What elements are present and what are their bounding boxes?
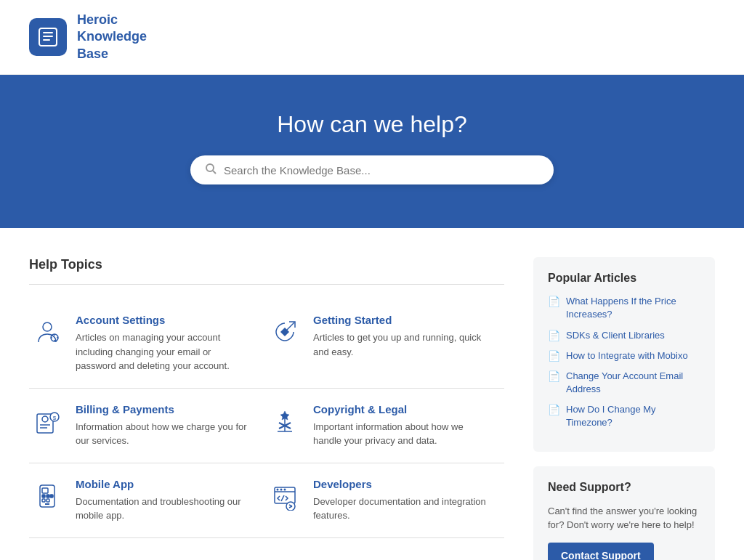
article-icon: 📄	[548, 404, 560, 415]
topic-desc: Articles to get you up and running, quic…	[313, 330, 490, 359]
popular-article-0[interactable]: 📄 What Happens If the Price Increases?	[548, 295, 700, 321]
svg-text:$: $	[53, 415, 57, 421]
topic-billing-payments[interactable]: $ Billing & Payments Information about h…	[29, 389, 267, 463]
article-link: SDKs & Client Libraries	[566, 329, 665, 342]
popular-article-1[interactable]: 📄 SDKs & Client Libraries	[548, 329, 700, 342]
svg-point-4	[206, 164, 214, 171]
topic-copyright-legal[interactable]: Copyright & Legal Important information …	[267, 389, 504, 463]
search-bar	[190, 155, 554, 184]
svg-rect-30	[42, 499, 45, 502]
topic-developers[interactable]: Developers Developer documentation and i…	[267, 463, 504, 538]
svg-point-38	[286, 502, 295, 511]
popular-articles-title: Popular Articles	[548, 272, 700, 285]
topic-account-settings[interactable]: Account Settings Articles on managing yo…	[29, 299, 267, 389]
article-icon: 📄	[548, 296, 560, 307]
topics-grid: Account Settings Articles on managing yo…	[29, 299, 504, 538]
svg-rect-27	[42, 495, 45, 498]
article-icon: 📄	[548, 370, 560, 382]
topic-title: Getting Started	[313, 314, 490, 326]
article-link: How to Integrate with Mobixo	[566, 349, 688, 362]
developers-icon	[267, 478, 303, 514]
hero-section: How can we help?	[0, 75, 744, 228]
topic-desc: Developer documentation and integration …	[313, 495, 490, 523]
brand-name: Heroic Knowledge Base	[77, 12, 147, 62]
svg-rect-31	[46, 499, 49, 502]
topic-desc: Important information about how we handl…	[313, 420, 490, 448]
topic-desc: Documentation and troubleshooting our mo…	[76, 495, 252, 523]
section-title: Help Topics	[29, 257, 504, 272]
need-support-card: Need Support? Can't find the answer you'…	[533, 466, 715, 560]
site-header: Heroic Knowledge Base	[0, 0, 744, 75]
contact-support-button[interactable]: Contact Support	[548, 543, 654, 560]
copyright-legal-icon	[267, 403, 303, 439]
svg-point-34	[277, 488, 279, 490]
billing-payments-icon: $	[29, 403, 65, 439]
topic-title: Copyright & Legal	[313, 403, 490, 415]
svg-line-37	[281, 495, 284, 501]
topic-title: Mobile App	[76, 478, 252, 490]
popular-article-4[interactable]: 📄 How Do I Change My Timezone?	[548, 403, 700, 429]
help-topics-section: Help Topics Account Sett	[29, 257, 504, 560]
topic-desc: Articles on managing your account includ…	[76, 330, 252, 373]
popular-articles-card: Popular Articles 📄 What Happens If the P…	[533, 257, 715, 452]
article-icon: 📄	[548, 330, 560, 341]
account-settings-icon	[29, 314, 65, 350]
support-description: Can't find the answer you're looking for…	[548, 504, 700, 532]
article-link: How Do I Change My Timezone?	[566, 403, 700, 429]
topic-mobile-app[interactable]: Mobile App Documentation and troubleshoo…	[29, 463, 267, 538]
mobile-app-icon	[29, 478, 65, 514]
section-divider	[29, 284, 504, 285]
article-link: What Happens If the Price Increases?	[566, 295, 700, 321]
svg-line-5	[213, 171, 216, 174]
getting-started-icon	[267, 314, 303, 350]
topic-title: Billing & Payments	[76, 403, 252, 415]
hero-title: How can we help?	[15, 111, 729, 138]
svg-point-6	[43, 322, 52, 331]
popular-article-3[interactable]: 📄 Change Your Account Email Address	[548, 370, 700, 396]
svg-rect-26	[42, 488, 48, 493]
need-support-title: Need Support?	[548, 481, 700, 494]
topic-title: Developers	[313, 478, 490, 490]
search-input[interactable]	[224, 164, 539, 176]
topic-getting-started[interactable]: Getting Started Articles to get you up a…	[267, 299, 504, 389]
svg-point-15	[42, 416, 48, 422]
topic-title: Account Settings	[76, 314, 252, 326]
svg-rect-28	[46, 495, 49, 498]
topic-desc: Information about how we charge you for …	[76, 420, 252, 448]
popular-article-2[interactable]: 📄 How to Integrate with Mobixo	[548, 349, 700, 362]
svg-rect-29	[50, 495, 53, 498]
svg-point-35	[280, 488, 283, 490]
search-icon	[205, 163, 217, 177]
sidebar: Popular Articles 📄 What Happens If the P…	[533, 257, 715, 560]
main-content: Help Topics Account Sett	[0, 228, 744, 560]
logo[interactable]	[29, 18, 67, 56]
article-link: Change Your Account Email Address	[566, 370, 700, 396]
article-icon: 📄	[548, 350, 560, 362]
svg-point-36	[284, 488, 286, 490]
book-icon	[36, 25, 60, 49]
